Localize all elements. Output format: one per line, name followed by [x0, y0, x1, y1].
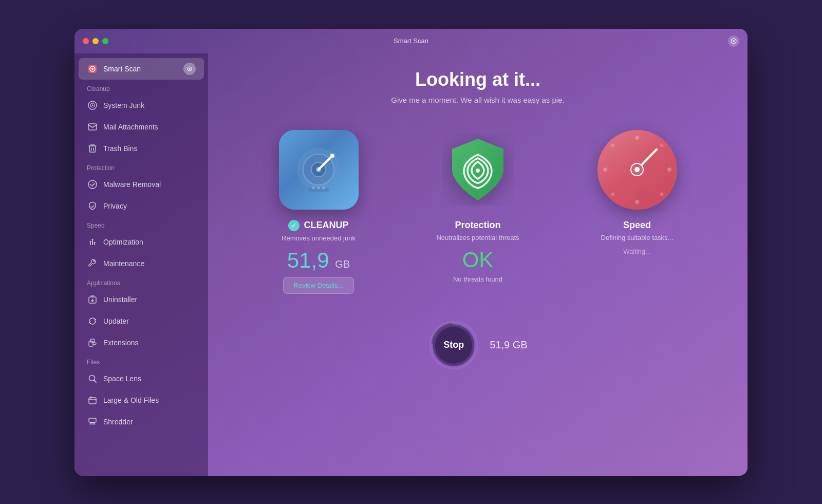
- protection-card-subtitle: Neutralizes potential threats: [436, 234, 519, 241]
- sidebar-item-system-junk[interactable]: System Junk: [79, 95, 204, 116]
- cleanup-card-subtitle: Removes unneeded junk: [282, 234, 356, 242]
- sidebar-item-optimization[interactable]: Optimization: [79, 232, 204, 252]
- speed-card-title: Speed: [623, 220, 651, 231]
- sidebar-item-malware-removal[interactable]: Malware Removal: [79, 174, 204, 195]
- sidebar-item-extensions[interactable]: Extensions: [79, 332, 204, 353]
- review-details-button[interactable]: Review Details...: [283, 277, 354, 294]
- protection-card: Protection Neutralizes potential threats…: [406, 130, 550, 287]
- system-junk-label: System Junk: [103, 101, 144, 109]
- speed-title-row: Speed: [623, 220, 651, 231]
- large-old-files-label: Large & Old Files: [103, 396, 159, 404]
- settings-button[interactable]: [728, 35, 739, 47]
- cleanup-card-icon: [279, 130, 359, 210]
- main-title: Looking at it...: [415, 69, 540, 90]
- mail-attachments-icon: [87, 121, 98, 133]
- traffic-lights: [83, 38, 108, 44]
- protection-title-row: Protection: [455, 220, 500, 231]
- main-subtitle: Give me a moment. We all wish it was eas…: [391, 96, 564, 104]
- files-section-label: Files: [74, 353, 208, 368]
- cleanup-title-row: ✓ CLEANUP: [288, 220, 348, 231]
- applications-section-label: Applications: [74, 274, 208, 289]
- app-window: Smart Scan Sma: [74, 29, 748, 476]
- privacy-label: Privacy: [103, 202, 127, 210]
- maintenance-label: Maintenance: [103, 259, 144, 268]
- title-bar-right: [728, 35, 739, 47]
- stop-circle[interactable]: Stop: [428, 320, 479, 371]
- stop-area: Stop 51,9 GB: [428, 320, 527, 371]
- minimize-button[interactable]: [92, 38, 99, 44]
- svg-point-1: [733, 40, 735, 42]
- svg-rect-30: [312, 186, 315, 189]
- stop-button-label[interactable]: Stop: [443, 340, 464, 350]
- speed-card: Speed Defining suitable tasks... Waiting…: [565, 130, 709, 255]
- extensions-label: Extensions: [103, 339, 138, 347]
- shredder-label: Shredder: [103, 418, 133, 426]
- sidebar-item-smart-scan[interactable]: Smart Scan: [79, 58, 204, 80]
- privacy-icon: [87, 200, 98, 212]
- svg-point-4: [91, 68, 94, 70]
- sidebar-item-updater[interactable]: Updater: [79, 311, 204, 331]
- svg-point-8: [92, 104, 94, 106]
- protection-card-ok: OK: [462, 248, 494, 272]
- sidebar-item-trash-bins[interactable]: Trash Bins: [79, 138, 204, 159]
- sidebar-item-shredder[interactable]: Shredder: [79, 412, 204, 432]
- system-junk-icon: [87, 100, 98, 111]
- speed-waiting-label: Waiting...: [623, 248, 651, 255]
- optimization-label: Optimization: [103, 238, 143, 246]
- maintenance-icon: [87, 258, 98, 269]
- smart-scan-label: Smart Scan: [103, 65, 141, 73]
- space-lens-label: Space Lens: [103, 375, 141, 383]
- uninstaller-label: Uninstaller: [103, 295, 137, 304]
- sidebar-item-privacy[interactable]: Privacy: [79, 196, 204, 216]
- sidebar-item-mail-attachments[interactable]: Mail Attachments: [79, 117, 204, 137]
- optimization-icon: [87, 236, 98, 248]
- sidebar-item-uninstaller[interactable]: Uninstaller: [79, 289, 204, 310]
- protection-shield-svg: [442, 134, 514, 206]
- main-content: Looking at it... Give me a moment. We al…: [208, 53, 748, 476]
- protection-card-icon: [438, 130, 518, 210]
- sidebar-item-space-lens[interactable]: Space Lens: [79, 368, 204, 389]
- mail-attachments-label: Mail Attachments: [103, 123, 158, 131]
- maximize-button[interactable]: [102, 38, 108, 44]
- sidebar-item-maintenance[interactable]: Maintenance: [79, 253, 204, 274]
- svg-rect-21: [89, 398, 96, 404]
- svg-rect-19: [90, 339, 95, 342]
- close-button[interactable]: [83, 38, 89, 44]
- trash-bins-label: Trash Bins: [103, 144, 137, 153]
- svg-rect-9: [88, 124, 97, 130]
- updater-icon: [87, 315, 98, 327]
- svg-rect-22: [89, 418, 96, 422]
- smart-scan-icon: [87, 63, 98, 74]
- trash-bins-icon: [87, 143, 98, 154]
- window-title: Smart Scan: [394, 37, 428, 45]
- protection-section-label: Protection: [74, 159, 208, 174]
- protection-card-title: Protection: [455, 220, 500, 231]
- updater-label: Updater: [103, 317, 129, 325]
- svg-rect-31: [317, 186, 320, 189]
- svg-point-44: [634, 167, 640, 172]
- space-lens-icon: [87, 373, 98, 384]
- sidebar: Smart Scan Cleanup: [74, 53, 208, 476]
- cleanup-section-label: Cleanup: [74, 80, 208, 95]
- uninstaller-icon: [87, 294, 98, 305]
- protection-card-status: No threats found: [453, 275, 502, 283]
- speed-card-subtitle: Defining suitable tasks...: [601, 234, 674, 241]
- cards-container: ✓ CLEANUP Removes unneeded junk 51,9 GB …: [229, 130, 727, 294]
- cleanup-card: ✓ CLEANUP Removes unneeded junk 51,9 GB …: [247, 130, 390, 294]
- shredder-icon: [87, 416, 98, 427]
- svg-point-10: [88, 180, 97, 189]
- svg-point-28: [330, 154, 334, 158]
- malware-removal-icon: [87, 179, 98, 190]
- malware-removal-label: Malware Removal: [103, 180, 161, 189]
- cleanup-card-value: 51,9 GB: [287, 248, 350, 273]
- cleanup-checkmark-icon: ✓: [288, 220, 300, 231]
- speed-card-icon: [597, 130, 677, 210]
- svg-point-33: [476, 169, 480, 173]
- cleanup-disk-svg: [290, 141, 347, 198]
- stop-size-label: 51,9 GB: [490, 339, 527, 351]
- sidebar-item-large-old-files[interactable]: Large & Old Files: [79, 390, 204, 410]
- extensions-icon: [87, 337, 98, 348]
- large-old-files-icon: [87, 395, 98, 406]
- smart-scan-toggle[interactable]: [183, 63, 196, 75]
- settings-icon: [731, 38, 737, 44]
